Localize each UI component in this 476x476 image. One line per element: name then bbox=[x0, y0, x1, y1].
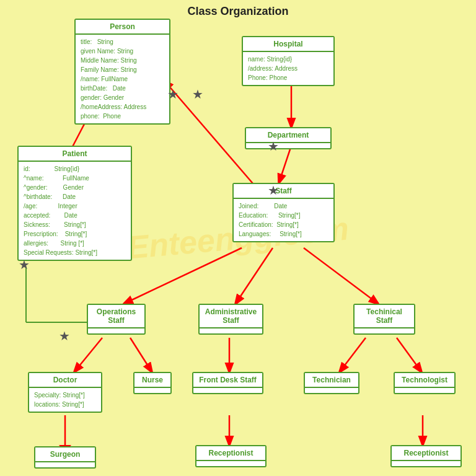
svg-line-11 bbox=[397, 338, 421, 372]
staff-box: Staff Joined: Date Education: String[*] … bbox=[232, 183, 335, 242]
svg-line-4 bbox=[124, 248, 242, 304]
star-5: ★ bbox=[19, 257, 30, 272]
receptionist-left-box: Receptionist bbox=[195, 445, 267, 467]
receptionist-left-title: Receptionist bbox=[196, 446, 265, 461]
nurse-box: Nurse bbox=[133, 372, 172, 394]
administrative-staff-body bbox=[200, 328, 262, 333]
receptionist-right-body bbox=[392, 461, 461, 466]
patient-body: id: String{id} ^name: FullName ^gender: … bbox=[19, 162, 131, 260]
administrative-staff-box: AdministrativeStaff bbox=[198, 304, 263, 335]
front-desk-box: Front Desk Staff bbox=[192, 372, 263, 394]
department-title: Department bbox=[246, 128, 330, 143]
svg-line-8 bbox=[130, 338, 152, 372]
svg-line-5 bbox=[236, 248, 273, 304]
front-desk-body bbox=[193, 388, 262, 393]
patient-box: Patient id: String{id} ^name: FullName ^… bbox=[17, 146, 132, 261]
technologist-title: Technologist bbox=[395, 373, 454, 388]
technician-body bbox=[305, 388, 358, 393]
receptionist-right-title: Receptionist bbox=[392, 446, 461, 461]
hospital-box: Hospital name: String{id} /address: Addr… bbox=[242, 36, 335, 86]
surgeon-body bbox=[35, 462, 95, 467]
star-3: ★ bbox=[268, 139, 279, 154]
svg-line-7 bbox=[74, 338, 102, 372]
operations-staff-title: OperationsStaff bbox=[88, 305, 144, 328]
technical-staff-box: TechinicalStaff bbox=[353, 304, 415, 335]
receptionist-right-box: Receptionist bbox=[390, 445, 462, 467]
star-2: ★ bbox=[192, 87, 203, 102]
person-box: Person title: String given Name: String … bbox=[74, 19, 170, 125]
nurse-title: Nurse bbox=[134, 373, 170, 388]
technician-box: Technician bbox=[304, 372, 359, 394]
technical-staff-title: TechinicalStaff bbox=[355, 305, 414, 328]
department-body bbox=[246, 143, 330, 148]
technical-staff-body bbox=[355, 328, 414, 333]
star-1: ★ bbox=[167, 87, 178, 102]
technologist-box: Technologist bbox=[394, 372, 456, 394]
surgeon-box: Surgeon bbox=[34, 446, 96, 469]
svg-line-10 bbox=[340, 338, 366, 372]
department-box: Department bbox=[245, 127, 332, 149]
technician-title: Technician bbox=[305, 373, 358, 388]
page-title: Class Organization bbox=[187, 5, 288, 18]
surgeon-title: Surgeon bbox=[35, 447, 95, 462]
front-desk-title: Front Desk Staff bbox=[193, 373, 262, 388]
svg-line-6 bbox=[304, 248, 378, 304]
staff-title: Staff bbox=[234, 184, 333, 199]
person-body: title: String given Name: String Middle … bbox=[76, 35, 169, 123]
receptionist-left-body bbox=[196, 461, 265, 466]
doctor-box: Doctor Specialty: String[*] locations: S… bbox=[28, 372, 102, 413]
staff-body: Joined: Date Education: String[*] Certif… bbox=[234, 199, 333, 241]
doctor-title: Doctor bbox=[29, 373, 101, 388]
doctor-body: Specialty: String[*] locations: String[*… bbox=[29, 388, 101, 412]
star-4: ★ bbox=[268, 183, 279, 198]
svg-line-3 bbox=[279, 146, 291, 183]
nurse-body bbox=[134, 388, 170, 393]
operations-staff-body bbox=[88, 328, 144, 333]
technologist-body bbox=[395, 388, 454, 393]
operations-staff-box: OperationsStaff bbox=[87, 304, 146, 335]
patient-title: Patient bbox=[19, 147, 131, 162]
person-title: Person bbox=[76, 20, 169, 35]
star-6: ★ bbox=[59, 328, 70, 343]
hospital-title: Hospital bbox=[243, 37, 333, 52]
hospital-body: name: String{id} /address: Address Phone… bbox=[243, 52, 333, 85]
administrative-staff-title: AdministrativeStaff bbox=[200, 305, 262, 328]
